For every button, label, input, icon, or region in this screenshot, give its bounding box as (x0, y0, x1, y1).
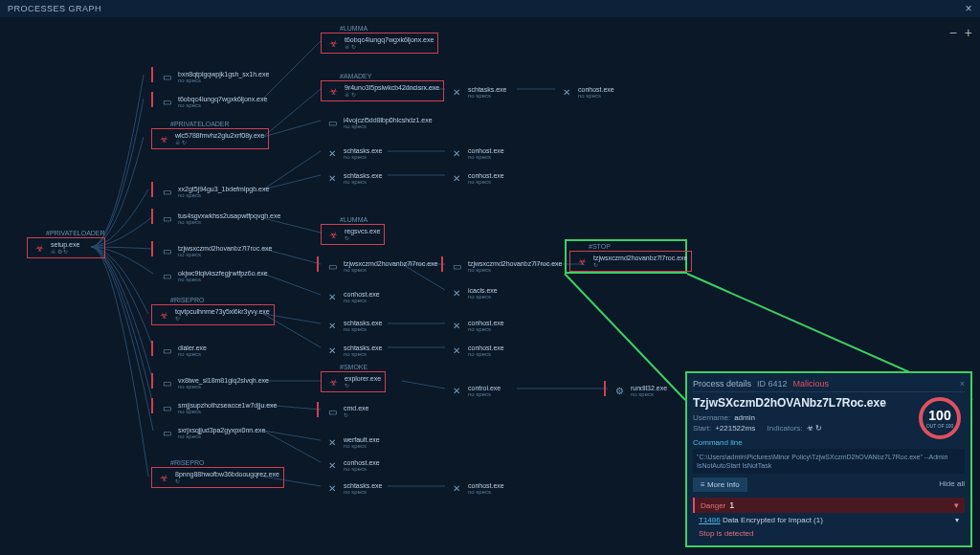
process-node[interactable]: #AMADEY☣9r4uno3l5psiwkcb42dncisrx.exe☠ ↻ (321, 73, 444, 101)
tool-icon: ✕ (449, 84, 464, 100)
process-node[interactable]: ▭tus4sgvxwkhss2usapwtfpqvgh.exeno specs (155, 209, 284, 228)
process-node[interactable]: ▭tzjwsxczmd2hovanbz7l7roc.exeno specs (155, 241, 276, 260)
zoom-out-button[interactable]: − (949, 25, 957, 40)
process-node[interactable]: ▭t6obqc4lungq7wgxk6ljonx.exeno specs (155, 92, 271, 111)
process-id: ID 6412 (757, 379, 788, 388)
process-node[interactable]: ✕control.exeno specs (445, 381, 504, 400)
process-node[interactable]: ✕conhost.exeno specs (445, 168, 508, 188)
hide-all-link[interactable]: Hide all (939, 479, 965, 488)
detection-note: Stop is detected (693, 527, 965, 540)
biohazard-icon: ☣ (156, 131, 171, 146)
tool-icon: ✕ (324, 434, 340, 450)
window-icon: ▭ (159, 400, 174, 415)
biohazard-icon: ☣ (32, 240, 47, 255)
tool-icon: ✕ (324, 170, 340, 186)
tool-icon: ✕ (449, 318, 464, 333)
process-node[interactable]: ✕icacls.exeno specs (445, 283, 501, 302)
process-node[interactable]: ▭cmd.exe↻ (321, 402, 372, 421)
process-node[interactable]: ▭bxn8qtplgqwpjk1gsh_sx1h.exeno specs (155, 67, 273, 86)
process-node[interactable]: ✕conhost.exeno specs (321, 287, 384, 306)
window-icon: ▭ (159, 94, 174, 109)
process-node[interactable]: ✕schtasks.exeno specs (321, 168, 386, 188)
process-node[interactable]: ⚙rundll32.exeno specs (608, 381, 671, 400)
tool-icon: ✕ (449, 480, 464, 496)
process-node[interactable]: ✕conhost.exeno specs (445, 316, 508, 335)
tool-icon: ✕ (449, 145, 464, 161)
graph-canvas[interactable]: − + (0, 17, 980, 555)
process-node[interactable]: ▭tzjwsxczmd2hovanbz7l7roc.exeno specs (445, 256, 566, 276)
threat-score: 100 OUT OF 100 (919, 397, 961, 439)
process-node[interactable]: #PRIVATELOADER☣wlc5788fmvhz2glu2xrf08y.e… (151, 121, 269, 149)
process-node[interactable]: ▭xx2gt5j94gu3_1bdefmlpgb.exeno specs (155, 182, 273, 201)
process-node[interactable]: #LUMMA☣t6obqc4lungq7wgxk6ljonx.exe☠ ↻ (321, 25, 438, 54)
command-line-label: Command line (693, 438, 965, 447)
process-node[interactable]: ▭okjwc9tqlvkszfegjrwtfpz6o.exeno specs (155, 266, 272, 285)
node-tag: #PRIVATELOADER (46, 230, 105, 236)
process-node[interactable]: #SMOKE☣explorer.exe↻ (321, 364, 386, 392)
process-node[interactable]: #RISEPRO☣8pnng88hwofbw36bdoougqrez.exe↻ (151, 459, 284, 488)
process-node[interactable]: ▭vx8twe_sl18m81giq2slvqh.exeno specs (155, 373, 273, 392)
window-icon: ▭ (159, 343, 174, 358)
process-details-panel: Process details ID 6412 Malicious × Tzjw… (685, 371, 972, 547)
tool-icon: ✕ (324, 457, 340, 473)
biohazard-icon: ☣ (574, 254, 590, 269)
window-icon: ▭ (159, 243, 174, 258)
mitre-technique-item[interactable]: T1486 Data Encrypted for Impact (1) ▾ (693, 513, 965, 527)
process-node[interactable]: ✕werfault.exeno specs (321, 433, 384, 452)
biohazard-icon: ☣ (325, 374, 341, 389)
window-icon: ▭ (159, 69, 174, 84)
process-node[interactable]: ✕conhost.exeno specs (321, 455, 384, 475)
tool-icon: ✕ (449, 285, 464, 300)
process-node[interactable]: #LUMMA☣regsvcs.exe↻ (321, 216, 385, 245)
gear-icon: ⚙ (612, 383, 627, 398)
tool-icon: ✕ (324, 145, 340, 161)
tool-icon: ✕ (324, 318, 340, 333)
window-icon: ▭ (324, 258, 340, 274)
window-icon: ▭ (159, 211, 174, 226)
zoom-in-button[interactable]: + (965, 25, 972, 40)
biohazard-icon: ☣ (156, 307, 171, 322)
window-icon: ▭ (159, 425, 174, 440)
process-node[interactable]: ✕schtasks.exeno specs (321, 478, 386, 498)
node-root[interactable]: #PRIVATELOADER ☣ setup.exe☠ ⚙ ↻ (27, 230, 105, 258)
process-node[interactable]: ✕conhost.exeno specs (445, 478, 508, 498)
process-node[interactable]: ▭tzjwsxczmd2hovanbz7l7roc.exeno specs (321, 256, 441, 276)
process-node[interactable]: ✕conhost.exeno specs (555, 82, 618, 101)
window-icon: ▭ (159, 184, 174, 199)
window-icon: ▭ (324, 115, 340, 130)
process-node[interactable]: ✕schtasks.exeno specs (445, 82, 510, 101)
biohazard-icon: ☣ (325, 227, 341, 242)
process-node[interactable]: ▭i4vojczi5dd8lbp0hlcshdz1.exeno specs (321, 113, 436, 132)
terminal-icon: ▭ (324, 404, 340, 419)
process-node[interactable]: ✕conhost.exeno specs (445, 341, 508, 360)
biohazard-icon: ☣ (325, 83, 341, 99)
tool-icon: ✕ (449, 383, 464, 398)
process-node[interactable]: ✕schtasks.exeno specs (321, 341, 386, 360)
close-icon[interactable]: × (965, 2, 972, 15)
malicious-badge: Malicious (793, 379, 830, 388)
process-node[interactable]: ✕schtasks.exeno specs (321, 316, 386, 335)
window-header: PROCESSES GRAPH × (0, 0, 980, 17)
more-info-button[interactable]: ≡ More Info (693, 477, 747, 492)
process-node[interactable]: ▭smjjsupzhothzseacce1w7djju.exeno specs (155, 398, 281, 417)
biohazard-icon: ☣ (325, 35, 341, 51)
tool-icon: ✕ (324, 480, 340, 496)
process-node[interactable]: ✕schtasks.exeno specs (321, 144, 386, 163)
biohazard-icon: ☣ (156, 470, 171, 485)
command-line-text: "C:\Users\admin\Pictures\Minor Policy\Tz… (693, 449, 965, 474)
header-title: PROCESSES GRAPH (8, 4, 101, 13)
tool-icon: ✕ (449, 170, 464, 186)
node-stop[interactable]: #STOP ☣tzjwsxczmd2hovanbz7l7roc.exe↻ (569, 243, 692, 272)
chevron-down-icon: ▾ (955, 516, 959, 524)
danger-section-toggle[interactable]: Danger 1 ▾ (693, 498, 965, 513)
tool-icon: ✕ (559, 84, 574, 100)
tool-icon: ✕ (324, 343, 340, 358)
panel-close-icon[interactable]: × (960, 379, 965, 388)
process-node[interactable]: ✕conhost.exeno specs (445, 144, 508, 163)
tool-icon: ✕ (449, 343, 464, 358)
window-icon: ▭ (159, 268, 174, 283)
process-node[interactable]: ▭dialer.exeno specs (155, 341, 211, 360)
process-node[interactable]: ▭sxrjxsqjjud3pa2gyxpx0nn.exeno specs (155, 423, 269, 442)
window-icon: ▭ (159, 375, 174, 390)
process-node[interactable]: #RISEPRO☣tqvtpculhnme73y5xl6kr3yvy.exe↻ (151, 297, 275, 325)
